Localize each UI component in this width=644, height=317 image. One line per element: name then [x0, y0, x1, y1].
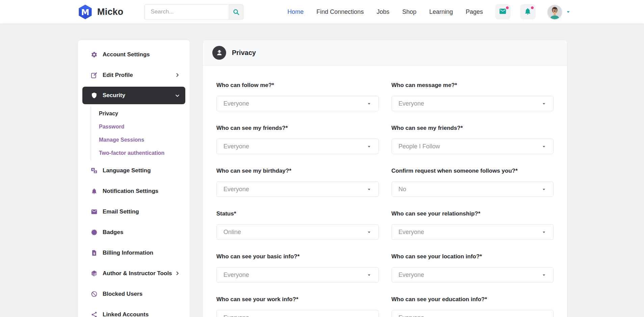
select-who-can-see-your-location-info[interactable]: Everyone: [392, 267, 554, 283]
user-menu[interactable]: [547, 5, 571, 19]
nav-link-home[interactable]: Home: [288, 8, 304, 16]
brand[interactable]: M Micko: [77, 4, 124, 20]
caret-down-icon: [541, 315, 546, 317]
search-icon: [233, 8, 240, 16]
edit-icon: [91, 72, 98, 79]
select-who-can-see-your-education-info[interactable]: Everyone: [392, 310, 554, 317]
select-value: Everyone: [399, 314, 424, 317]
sidebar-item-author-instructor-tools[interactable]: Author & Instructor Tools: [82, 263, 185, 284]
field-who-can-see-my-friends: Who can see my friends?*Everyone: [216, 125, 379, 154]
avatar-illustration: [547, 5, 562, 19]
caret-down-icon: [367, 230, 372, 235]
badge-icon: [91, 229, 98, 236]
sidebar-item-blocked-users[interactable]: Blocked Users: [82, 284, 185, 304]
chevron-right-icon: [175, 73, 180, 78]
caret-down-icon: [541, 101, 546, 106]
select-who-can-see-my-friends[interactable]: People I Follow: [392, 139, 554, 154]
page-content: Account SettingsEdit ProfileSecurityPriv…: [0, 24, 644, 317]
select-who-can-see-your-basic-info[interactable]: Everyone: [216, 267, 379, 283]
select-who-can-see-your-relationship[interactable]: Everyone: [392, 224, 554, 240]
field-who-can-see-your-education-info: Who can see your education info?*Everyon…: [392, 296, 554, 317]
sidebar-subitem-manage-sessions[interactable]: Manage Sessions: [91, 133, 185, 146]
nav-link-learning[interactable]: Learning: [429, 8, 453, 16]
privacy-panel: Privacy Who can follow me?*EveryoneWho c…: [203, 40, 567, 317]
select-value: Everyone: [223, 314, 249, 317]
caret-down-icon: [367, 101, 372, 106]
field-label: Who can see your work info?*: [216, 296, 379, 303]
ban-icon: [91, 291, 98, 297]
envelope-icon: [91, 208, 98, 215]
field-label: Confirm request when someone follows you…: [392, 168, 554, 174]
caret-down-icon: [367, 144, 372, 149]
spy-icon: [212, 46, 226, 60]
field-confirm-request-when-someone-follows-you: Confirm request when someone follows you…: [392, 168, 554, 197]
field-who-can-see-your-relationship: Who can see your relationship?*Everyone: [392, 210, 554, 240]
translate-icon: AZ: [91, 167, 98, 174]
messages-button[interactable]: [495, 4, 511, 20]
caret-down-icon: [541, 144, 546, 149]
sidebar-item-linked-accounts[interactable]: Linked Accounts: [82, 304, 185, 317]
select-who-can-follow-me[interactable]: Everyone: [216, 96, 379, 111]
sidebar-item-notification-settings[interactable]: Notification Settings: [82, 181, 185, 201]
svg-text:$: $: [93, 252, 95, 255]
select-status[interactable]: Online: [216, 224, 379, 240]
search-button[interactable]: [229, 4, 243, 20]
sidebar-item-security[interactable]: Security: [82, 87, 185, 104]
svg-text:Z: Z: [95, 170, 96, 173]
sidebar-item-billing-information[interactable]: $Billing Information: [82, 242, 185, 263]
caret-down-icon: [367, 272, 372, 278]
sidebar-item-language-setting[interactable]: AZLanguage Setting: [82, 160, 185, 181]
field-who-can-message-me: Who can message me?*Everyone: [392, 82, 554, 111]
nav-link-shop[interactable]: Shop: [402, 8, 417, 16]
top-navbar: M Micko HomeFind ConnectionsJobsShopLear…: [0, 0, 644, 24]
nav-link-pages[interactable]: Pages: [466, 8, 483, 16]
main-nav: HomeFind ConnectionsJobsShopLearningPage…: [288, 8, 483, 16]
field-label: Who can message me?*: [392, 82, 554, 89]
select-confirm-request-when-someone-follows-you[interactable]: No: [392, 181, 554, 197]
sidebar-item-account-settings[interactable]: Account Settings: [82, 44, 185, 65]
select-value: Online: [223, 229, 241, 236]
select-who-can-see-my-birthday[interactable]: Everyone: [216, 181, 379, 197]
notifications-button[interactable]: [520, 4, 536, 20]
select-value: Everyone: [399, 100, 424, 107]
sidebar-item-label: Notification Settings: [103, 188, 158, 195]
field-who-can-follow-me: Who can follow me?*Everyone: [216, 82, 379, 111]
select-value: Everyone: [223, 143, 249, 150]
sidebar-list: Account SettingsEdit ProfileSecurityPriv…: [82, 44, 185, 317]
field-status: Status*Online: [216, 210, 379, 240]
sidebar-item-label: Blocked Users: [103, 291, 142, 297]
panel-header: Privacy: [203, 40, 567, 65]
panel-title: Privacy: [232, 49, 256, 57]
select-who-can-see-your-work-info[interactable]: Everyone: [216, 310, 379, 317]
field-label: Who can see your relationship?*: [392, 210, 554, 217]
sidebar-subitem-two-factor-authentication[interactable]: Two-factor authentication: [91, 146, 185, 160]
chevron-right-icon: [175, 271, 180, 276]
sidebar-item-email-setting[interactable]: Email Setting: [82, 201, 185, 222]
select-who-can-see-my-friends[interactable]: Everyone: [216, 139, 379, 154]
svg-text:M: M: [81, 7, 89, 17]
privacy-form: Who can follow me?*EveryoneWho can messa…: [203, 65, 567, 317]
micko-logo-icon: M: [77, 4, 93, 20]
sidebar-item-badges[interactable]: Badges: [82, 222, 185, 242]
field-who-can-see-my-friends: Who can see my friends?*People I Follow: [392, 125, 554, 154]
field-label: Who can follow me?*: [216, 82, 379, 89]
field-label: Who can see my friends?*: [392, 125, 554, 132]
unread-badge-dot: [505, 6, 509, 10]
field-label: Who can see your basic info?*: [216, 253, 379, 260]
sidebar-item-edit-profile[interactable]: Edit Profile: [82, 65, 185, 85]
search-input[interactable]: [144, 4, 229, 20]
shield-icon: [91, 92, 98, 99]
select-who-can-message-me[interactable]: Everyone: [392, 96, 554, 111]
sidebar-subitem-password[interactable]: Password: [91, 120, 185, 133]
field-who-can-see-your-work-info: Who can see your work info?*Everyone: [216, 296, 379, 317]
nav-link-find-connections[interactable]: Find Connections: [317, 8, 364, 16]
sidebar-subitem-privacy[interactable]: Privacy: [91, 107, 185, 120]
avatar[interactable]: [547, 5, 562, 19]
sidebar-item-label: Linked Accounts: [103, 311, 149, 317]
sidebar-item-label: Badges: [103, 229, 123, 236]
sidebar-item-label: Edit Profile: [103, 72, 133, 79]
select-value: Everyone: [399, 229, 424, 236]
sidebar-item-label: Email Setting: [103, 208, 139, 215]
field-who-can-see-your-location-info: Who can see your location info?*Everyone: [392, 253, 554, 283]
nav-link-jobs[interactable]: Jobs: [377, 8, 390, 16]
